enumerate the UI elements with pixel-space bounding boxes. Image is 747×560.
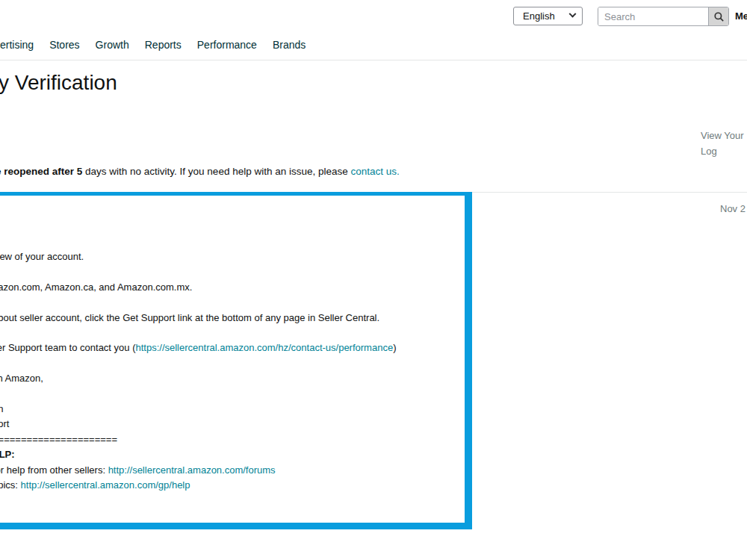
message-line: on [0,402,465,417]
message-line: for help from other sellers: http://sell… [0,463,465,478]
message-line: ELP: [0,447,465,462]
messages-link[interactable]: Me [735,10,747,22]
message-line: ith Amazon, [0,371,465,386]
search-button[interactable] [708,7,728,25]
message-text: for help from other sellers: [0,464,108,476]
view-case-log-line2: Log [701,143,747,159]
message-blank-line [0,295,465,310]
message-line: about seller account, click the Get Supp… [0,311,465,326]
message-line: ====================== [0,432,465,447]
view-case-log-line1: View Your [701,128,747,143]
message-blank-line [0,356,465,371]
message-text: view of your account. [0,251,84,262]
message-line: port [0,417,465,432]
message-url-link[interactable]: https://sellercentral.amazon.com/hz/cont… [135,342,393,353]
nav-item-brands[interactable]: Brands [273,39,306,51]
nav-item-stores[interactable]: Stores [49,39,79,51]
message-url-link[interactable]: http://sellercentral.amazon.com/gp/help [21,479,190,491]
chevron-down-icon [569,10,577,18]
language-selector-value: English [523,10,555,22]
message-blank-line [0,387,465,402]
nav-item-performance[interactable]: Performance [197,39,257,51]
notice-bold-text: e reopened after 5 [0,166,82,177]
message-line: nazon.com, Amazon.ca, and Amazon.com.mx. [0,280,465,295]
message-text: about seller account, click the Get Supp… [0,312,379,323]
message-blank-line [0,326,465,340]
case-notice: e reopened after 5 days with no activity… [0,166,400,177]
language-selector[interactable]: English [513,7,583,25]
message-line: ller Support team to contact you (https:… [0,340,465,355]
notice-plain-text: days with no activity. If you need help … [82,166,350,177]
search-box [598,7,729,26]
message-text: on [0,403,3,414]
message-text: opics: [0,479,21,491]
message-text: nazon.com, Amazon.ca, and Amazon.com.mx. [0,281,192,293]
nav-item-ertising[interactable]: ertising [0,39,34,51]
nav-item-growth[interactable]: Growth [96,39,129,51]
search-icon [713,11,725,22]
header-divider [0,60,747,60]
message-text: ====================== [0,434,117,445]
message-date: Nov 2 [720,203,746,214]
main-nav: ertisingStoresGrowthReportsPerformanceBr… [0,39,306,51]
search-input[interactable] [598,7,708,25]
message-text: ELP: [0,449,15,460]
message-text: port [0,418,9,429]
message-url-link[interactable]: http://sellercentral.amazon.com/forums [108,464,276,476]
selected-message-box[interactable]: view of your account.nazon.com, Amazon.c… [0,192,472,529]
view-case-log-link[interactable]: View Your Log [701,128,747,159]
message-line: opics: http://sellercentral.amazon.com/g… [0,478,465,493]
message-body: view of your account.nazon.com, Amazon.c… [0,196,465,493]
message-line: view of your account. [0,249,465,264]
message-text: ) [393,342,396,353]
nav-item-reports[interactable]: Reports [145,39,182,51]
message-blank-line [0,264,465,279]
page-title: y Verification [0,71,117,95]
message-text: ith Amazon, [0,373,43,384]
contact-us-link[interactable]: contact us. [351,166,400,177]
message-text: ller Support team to contact you ( [0,342,135,353]
